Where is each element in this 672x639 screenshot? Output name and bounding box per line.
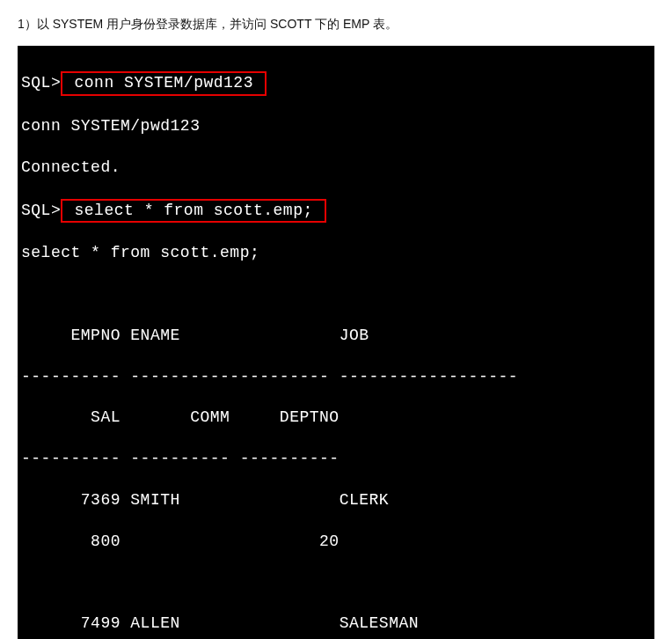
table-row: 7369 SMITH CLERK (21, 490, 651, 510)
sql-prompt: SQL> (21, 74, 61, 92)
step1-description: 1）以 SYSTEM 用户身份登录数据库，并访问 SCOTT 下的 EMP 表。 (18, 14, 654, 35)
blank-line (21, 284, 651, 305)
table-divider-2: ---------- ---------- ---------- (21, 449, 651, 469)
terminal-block-1: SQL> conn SYSTEM/pwd123 conn SYSTEM/pwd1… (18, 46, 654, 639)
connected-msg: Connected. (21, 158, 651, 178)
table-header-2: SAL COMM DEPTNO (21, 408, 651, 428)
table-divider-1: ---------- -------------------- --------… (21, 367, 651, 387)
blank-line (21, 573, 651, 593)
table-row: 800 20 (21, 532, 651, 552)
sql-prompt: SQL> (21, 202, 61, 219)
highlighted-cmd-conn: conn SYSTEM/pwd123 (61, 71, 267, 95)
table-row: 7499 ALLEN SALESMAN (21, 613, 651, 634)
echo-conn: conn SYSTEM/pwd123 (21, 116, 651, 136)
table-header-1: EMPNO ENAME JOB (21, 326, 651, 346)
highlighted-cmd-select: select * from scott.emp; (61, 199, 326, 223)
echo-select: select * from scott.emp; (21, 243, 651, 263)
